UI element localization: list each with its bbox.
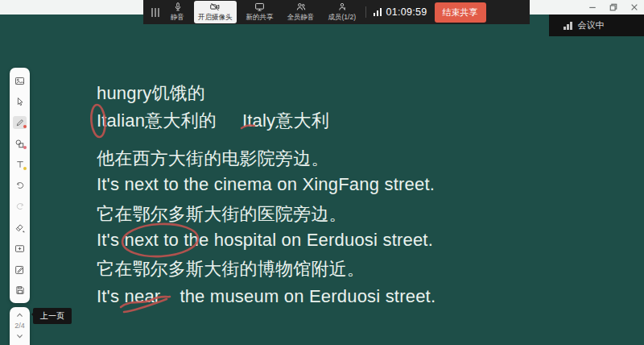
- undo-button[interactable]: [13, 179, 27, 192]
- signal-bars-icon: [374, 8, 382, 16]
- redo-button[interactable]: [13, 200, 27, 213]
- board-text-line: It's next to the cinema on XingFang stre…: [97, 174, 435, 195]
- board-text-italy: Italy意大利: [242, 110, 329, 131]
- chevron-up-icon: [15, 311, 24, 319]
- previous-page-button[interactable]: [15, 310, 24, 320]
- board-text-line: It's nearthe museum on Eerduosi street.: [97, 286, 436, 307]
- mute-button[interactable]: 静音: [167, 1, 188, 23]
- new-share-label: 新的共享: [246, 13, 274, 23]
- select-tool-button[interactable]: [13, 95, 27, 108]
- restore-icon: [609, 3, 617, 11]
- compose-note-button[interactable]: [13, 263, 27, 276]
- insert-image-button[interactable]: [13, 74, 27, 87]
- new-share-button[interactable]: 新的共享: [242, 1, 278, 23]
- start-camera-button[interactable]: 开启摄像头: [194, 1, 237, 23]
- microphone-icon: [173, 2, 183, 12]
- cursor-icon: [15, 97, 25, 106]
- previous-page-tooltip: 上一页: [33, 308, 72, 324]
- person-icon: [337, 2, 347, 12]
- eraser-tool-button[interactable]: [13, 221, 27, 234]
- whiteboard-toolbar: [10, 68, 30, 303]
- board-text-line: 他在西方大街的电影院旁边。: [97, 147, 329, 171]
- board-text-italian: Italian意大利的: [97, 110, 217, 131]
- board-text-its-near: It's near: [97, 286, 160, 306]
- signal-bars-icon: [564, 22, 572, 30]
- board-text-line: hungry饥饿的: [97, 81, 205, 106]
- people-icon: [295, 2, 307, 12]
- pen-color-dot: [23, 125, 27, 128]
- meeting-status-badge[interactable]: 会议中: [549, 15, 644, 36]
- shapes-tool-button[interactable]: [13, 137, 27, 150]
- pen-tool-button[interactable]: [13, 116, 27, 129]
- mute-all-button[interactable]: 全员静音: [283, 1, 319, 23]
- chevron-down-icon: [15, 332, 24, 340]
- board-text-line: It's next to the hospital on Eerduosi st…: [97, 230, 433, 251]
- mute-all-label: 全员静音: [287, 13, 315, 23]
- meeting-status-label: 会议中: [578, 19, 605, 31]
- save-icon: [15, 285, 25, 295]
- start-camera-label: 开启摄像头: [198, 13, 233, 23]
- screen-share-icon: [254, 2, 265, 12]
- members-label: 成员(1/2): [328, 13, 356, 23]
- restore-button[interactable]: [609, 2, 618, 12]
- eraser-icon: [14, 222, 25, 233]
- compose-icon: [14, 264, 25, 275]
- mute-label: 静音: [171, 13, 184, 23]
- window-controls: [588, 0, 639, 15]
- meeting-toolbar: 静音 开启摄像头 新的共享 全员静音 成员(1/2) 01:09:59 结束共享: [143, 0, 530, 24]
- new-board-button[interactable]: [13, 242, 27, 255]
- close-button[interactable]: [630, 2, 639, 12]
- text-color-dot: [23, 167, 27, 170]
- redo-icon: [15, 202, 25, 211]
- next-page-button[interactable]: [15, 331, 24, 341]
- minimize-button[interactable]: [588, 2, 597, 12]
- board-text-line: Italian意大利的Italy意大利: [97, 109, 329, 133]
- camera-off-icon: [209, 2, 221, 12]
- text-tool-button[interactable]: [13, 158, 27, 171]
- members-button[interactable]: 成员(1/2): [324, 1, 360, 23]
- minimize-icon: [588, 3, 597, 11]
- drag-handle-icon[interactable]: [150, 8, 161, 17]
- end-share-button[interactable]: 结束共享: [435, 2, 486, 23]
- board-text-line: 它在鄂尔多斯大街的医院旁边。: [97, 202, 347, 227]
- board-text-museum: the museum on Eerduosi street.: [180, 286, 436, 306]
- board-text-line: 它在鄂尔多斯大街的博物馆附近。: [97, 257, 365, 281]
- page-navigator: 2/4: [10, 307, 30, 345]
- toolbar-divider: [365, 6, 366, 18]
- save-button[interactable]: [13, 284, 27, 297]
- close-icon: [630, 3, 638, 11]
- meeting-timer: 01:09:59: [372, 6, 429, 18]
- shapes-color-dot: [23, 146, 27, 149]
- image-icon: [14, 76, 25, 86]
- undo-icon: [15, 181, 25, 190]
- timer-value: 01:09:59: [386, 6, 427, 18]
- new-board-icon: [14, 243, 25, 254]
- page-count: 2/4: [14, 322, 25, 330]
